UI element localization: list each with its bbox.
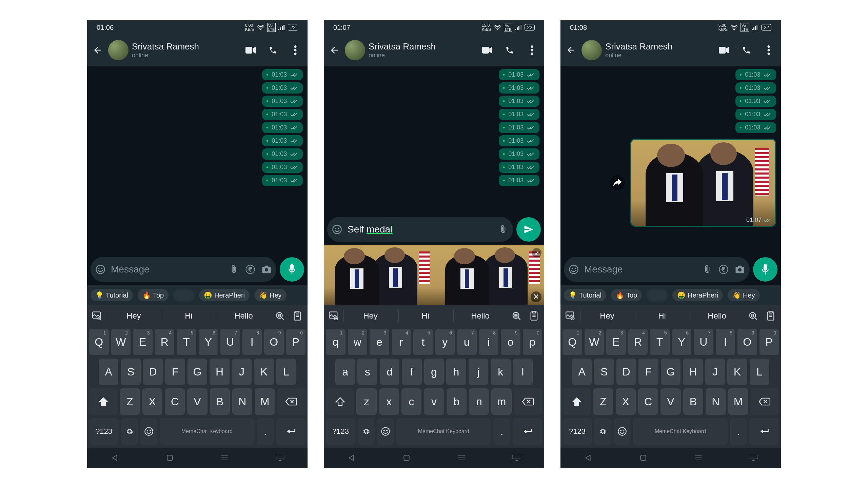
shift-key[interactable] [89,388,117,415]
key-l[interactable]: L [750,359,769,385]
sent-message-bubble[interactable]: • 01:03 [499,122,539,133]
key-k[interactable]: K [254,359,274,385]
sent-message-bubble[interactable]: • 01:03 [499,135,539,146]
key-j[interactable]: j [469,359,488,385]
key-f[interactable]: f [402,359,421,385]
nav-home-icon[interactable] [638,453,648,463]
category-chip-0[interactable]: 💡 Tutorial [564,289,606,301]
camera-button[interactable] [734,264,746,275]
emoji-button[interactable] [331,224,343,235]
voice-call-button[interactable] [504,45,515,56]
key-c[interactable]: c [401,388,421,415]
key-q[interactable]: q1 [326,329,346,355]
settings-key[interactable] [594,418,611,445]
key-k[interactable]: k [491,359,510,385]
emoji-key[interactable] [377,418,394,445]
key-j[interactable]: J [232,359,252,385]
message-text-input[interactable]: Message [584,264,697,275]
suggestion-1[interactable]: Hi [635,310,689,322]
key-o[interactable]: o9 [501,329,520,355]
category-chip-3[interactable]: 🤑 HeraPheri [199,289,250,301]
contact-info[interactable]: Srivatsa Ramesh online [605,41,715,59]
key-u[interactable]: U7 [220,329,240,355]
period-key[interactable]: . [730,418,747,445]
key-h[interactable]: h [446,359,466,385]
nav-home-icon[interactable] [402,453,411,463]
key-x[interactable]: X [616,388,636,415]
sent-message-bubble[interactable]: • 01:03 [262,122,303,133]
sent-message-bubble[interactable]: • 01:03 [735,109,776,120]
backspace-key[interactable] [277,388,305,415]
meme-result-1[interactable] [324,245,434,305]
key-g[interactable]: G [188,359,207,385]
key-m[interactable]: m [491,388,511,415]
key-z[interactable]: Z [120,388,140,415]
sent-message-bubble[interactable]: • 01:03 [499,96,539,107]
voice-message-button[interactable] [753,257,777,282]
message-input-box[interactable]: Message [564,257,750,282]
sent-message-bubble[interactable]: • 01:03 [262,148,303,160]
back-button[interactable] [327,45,341,55]
send-button[interactable] [516,217,541,242]
key-n[interactable]: N [232,388,252,415]
nav-recent-icon[interactable] [693,453,703,463]
nav-recent-icon[interactable] [457,453,466,463]
suggestion-2[interactable]: Hello [690,310,744,322]
key-o[interactable]: O9 [264,329,284,355]
nav-keyboard-icon[interactable] [749,453,758,463]
key-y[interactable]: y6 [435,329,455,355]
sent-message-bubble[interactable]: • 01:03 [499,175,539,186]
nav-home-icon[interactable] [165,453,175,463]
video-call-button[interactable] [482,45,493,56]
key-m[interactable]: M [728,388,748,415]
nav-back-icon[interactable] [583,453,593,463]
key-q[interactable]: Q1 [563,329,582,355]
sent-message-bubble[interactable]: • 01:03 [262,82,303,94]
key-v[interactable]: V [660,388,680,415]
payment-button[interactable] [718,264,729,275]
contact-info[interactable]: Srivatsa Ramesh online [132,41,242,59]
key-r[interactable]: R4 [628,329,648,355]
attach-button[interactable] [702,264,713,275]
suggestion-1[interactable]: Hi [162,310,215,322]
spacebar-key[interactable]: MemeChat Keyboard [396,418,491,445]
chat-messages-area[interactable]: • 01:03 • 01:03 • 01:03 • 01:03 • 01:03 … [87,66,308,254]
category-chip-1[interactable]: 🔥 Top [611,289,642,301]
gif-search-icon[interactable] [272,308,288,324]
key-v[interactable]: v [424,388,444,415]
chat-messages-area[interactable]: • 01:03 • 01:03 • 01:03 • 01:03 • 01:03 … [324,66,544,214]
key-y[interactable]: Y6 [672,329,692,355]
key-p[interactable]: p0 [523,329,542,355]
key-b[interactable]: B [210,388,230,415]
key-y[interactable]: Y6 [199,329,218,355]
key-x[interactable]: x [379,388,399,415]
suggestion-0[interactable]: Hey [107,310,160,322]
voice-call-button[interactable] [741,45,752,56]
category-chip-2[interactable] [647,289,668,301]
key-s[interactable]: s [357,359,377,385]
numeric-key[interactable]: ?123 [563,418,592,445]
message-text-input[interactable]: Message [111,264,223,275]
numeric-key[interactable]: ?123 [89,418,119,445]
back-button[interactable] [564,45,578,55]
sent-message-bubble[interactable]: • 01:03 [735,122,776,133]
settings-key[interactable] [121,418,138,445]
sent-message-bubble[interactable]: • 01:03 [499,69,539,80]
key-o[interactable]: O9 [737,329,757,355]
key-s[interactable]: S [121,359,140,385]
contact-avatar[interactable] [581,40,602,60]
sent-message-bubble[interactable]: • 01:03 [262,162,303,173]
message-text-input[interactable]: Self medal [348,224,493,235]
message-input-box[interactable]: Self medal [327,217,513,242]
category-chip-1[interactable]: 🔥 Top [138,289,169,301]
sent-message-bubble[interactable]: • 01:03 [735,82,776,94]
key-e[interactable]: E3 [606,329,626,355]
voice-call-button[interactable] [268,45,278,56]
emoji-button[interactable] [95,264,106,275]
spacebar-key[interactable]: MemeChat Keyboard [633,418,728,445]
key-a[interactable]: A [572,359,592,385]
suggestion-1[interactable]: Hi [398,310,452,322]
sent-message-bubble[interactable]: • 01:03 [262,69,303,80]
key-l[interactable]: L [276,359,296,385]
sent-message-bubble[interactable]: • 01:03 [262,109,303,120]
